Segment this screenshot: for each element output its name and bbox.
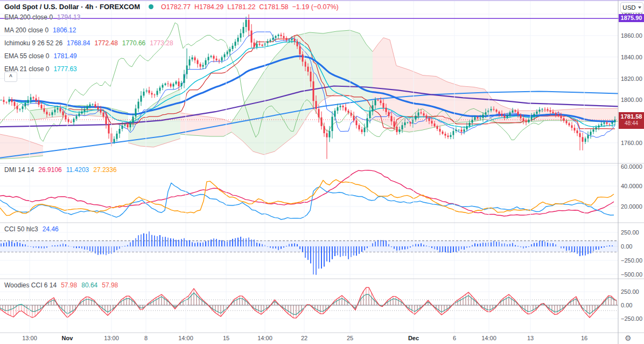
ohlc-change: −1.19 (−0.07%) — [292, 3, 339, 11]
legend-value: 1770.66 — [122, 39, 145, 47]
legend-label: EMA 55 close 0 — [4, 52, 49, 60]
legend-value: 1768.84 — [67, 39, 90, 47]
timezone-settings-gear-icon[interactable]: ⚙ — [625, 334, 632, 342]
legend-row-ichimoku-2[interactable]: Ichimoku 9 26 52 261768.841772.481770.66… — [4, 39, 173, 47]
legend-value: 24.46 — [43, 225, 59, 233]
time-axis-label: 14:00 — [481, 335, 496, 341]
legend-label: DMI 14 14 — [4, 166, 34, 174]
time-axis-label: 22 — [301, 335, 307, 341]
dmi-axis-label: 60.0000 — [621, 163, 642, 170]
legend-row-woodies[interactable]: Woodies CCI 6 1457.9880.6457.98 — [4, 281, 118, 289]
legend-label: Woodies CCI 6 14 — [4, 281, 57, 289]
woodies-axis-label: −250.00 — [621, 315, 642, 322]
legend-row-ema-3[interactable]: EMA 55 close 01781.49 — [4, 52, 77, 60]
currency-unit-button[interactable]: USD — [620, 2, 643, 13]
legend-value: 26.9106 — [38, 166, 61, 174]
ohlc-open: O1782.77 — [161, 3, 191, 11]
chevron-down-icon — [638, 6, 641, 9]
legend-value: 80.64 — [81, 281, 97, 289]
price-axis-label: 1840.00 — [621, 54, 642, 60]
legend-label: EMA 200 close 0 — [4, 13, 53, 21]
time-axis-label: 6 — [453, 335, 456, 341]
symbol-title[interactable]: Gold Spot / U.S. Dollar · 4h · FOREXCOM — [4, 3, 140, 11]
time-axis-label: 16 — [581, 335, 587, 341]
woodies-axis-label: 0.00 — [621, 302, 632, 308]
legend-value: 11.4203 — [66, 166, 89, 174]
time-axis-label: Dec — [408, 335, 419, 341]
legend-value: 1772.48 — [94, 39, 117, 47]
dmi-axis-label: 40.0000 — [621, 183, 642, 189]
data-feed-status-icon[interactable] — [149, 4, 153, 9]
legend-row-ma-1[interactable]: MA 200 close 01806.12 — [4, 26, 76, 34]
time-axis-label: 13 — [527, 335, 534, 341]
ohlc-readout: O1782.77 H1784.29 L1781.22 C1781.58 −1.1… — [161, 3, 339, 11]
legend-value: 1806.12 — [53, 26, 76, 34]
legend-value: 1777.63 — [53, 65, 76, 73]
dmi-axis-label: 20.0000 — [621, 203, 642, 210]
ohlc-close: C1781.58 — [259, 3, 288, 11]
cci-axis-label: −250.00 — [621, 257, 642, 264]
legend-value: 1794.13 — [57, 13, 80, 21]
time-axis-label: 14:00 — [178, 335, 193, 341]
chevron-up-icon: ^ — [9, 74, 12, 80]
legend-row-cci[interactable]: CCI 50 hlc324.46 — [4, 225, 59, 233]
legend-collapse-button[interactable]: ^ — [4, 72, 17, 82]
time-axis-label: 15 — [223, 335, 229, 341]
time-axis-label: 25 — [347, 335, 353, 341]
legend-label: CCI 50 hlc3 — [4, 225, 38, 233]
legend-value: 57.98 — [61, 281, 77, 289]
legend-value: 1781.49 — [53, 52, 76, 60]
legend-value: 57.98 — [102, 281, 118, 289]
time-axis-label: 13:00 — [22, 335, 37, 341]
cci-axis-label: 0.00 — [621, 243, 632, 250]
last-price-badge: 1781.58 48:44 — [619, 112, 644, 129]
last-price-value: 1781.58 — [619, 113, 644, 120]
legend-label: Ichimoku 9 26 52 26 — [4, 39, 62, 47]
price-axis-label: 1800.00 — [621, 97, 642, 103]
price-axis-label: 1820.00 — [621, 75, 642, 82]
price-axis-label: 1760.00 — [621, 140, 642, 146]
cci-axis-label: 250.00 — [621, 229, 639, 236]
ohlc-low: L1781.22 — [227, 3, 255, 11]
time-axis-label: 8 — [144, 335, 148, 341]
currency-label: USD — [622, 4, 635, 11]
time-axis-label: 14:00 — [257, 335, 272, 341]
chart-header: Gold Spot / U.S. Dollar · 4h · FOREXCOM … — [4, 3, 339, 11]
legend-label: MA 200 close 0 — [4, 26, 48, 34]
high-level-price-badge: 1875.90 — [619, 14, 644, 22]
woodies-axis-label: 250.00 — [621, 288, 639, 295]
legend-row-ema-0[interactable]: EMA 200 close 01794.13 — [4, 13, 80, 21]
cci-axis-label: −500.00 — [621, 271, 642, 278]
time-axis-label: Nov — [62, 335, 73, 341]
legend-value: 27.2336 — [93, 166, 116, 174]
legend-value: 1773.28 — [150, 39, 173, 47]
ohlc-high: H1784.29 — [194, 3, 223, 11]
trading-chart-app: Gold Spot / U.S. Dollar · 4h · FOREXCOM … — [0, 0, 644, 344]
legend-row-dmi[interactable]: DMI 14 1426.910611.420327.2336 — [4, 166, 117, 174]
time-axis-label: 13:00 — [104, 335, 119, 341]
price-axis-label: 1860.00 — [621, 32, 642, 39]
bar-countdown: 48:44 — [619, 120, 644, 127]
